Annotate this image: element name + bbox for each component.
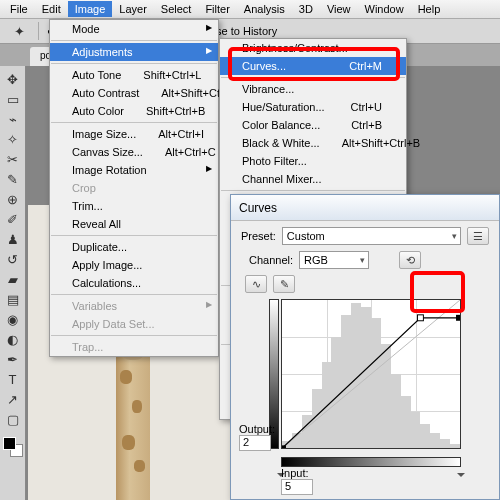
menu-item[interactable]: Reveal All: [50, 215, 218, 233]
color-swatches[interactable]: [3, 437, 23, 457]
preset-menu-icon[interactable]: ☰: [467, 227, 489, 245]
menubar-item-help[interactable]: Help: [411, 1, 448, 17]
auto-button[interactable]: ⟲: [399, 251, 421, 269]
move-tool-icon[interactable]: ✥: [2, 69, 24, 89]
menu-item: Crop: [50, 179, 218, 197]
menubar-item-filter[interactable]: Filter: [198, 1, 236, 17]
preset-label: Preset:: [241, 230, 276, 242]
menubar-item-file[interactable]: File: [3, 1, 35, 17]
lasso-tool-icon[interactable]: ⌁: [2, 109, 24, 129]
curves-graph[interactable]: Output:2 Input:5: [269, 299, 469, 479]
channel-label: Channel:: [249, 254, 293, 266]
menu-item[interactable]: Color Balance...Ctrl+B: [220, 116, 406, 134]
marquee-tool-icon[interactable]: ▭: [2, 89, 24, 109]
pen-tool-icon[interactable]: ✒: [2, 349, 24, 369]
dodge-tool-icon[interactable]: ◐: [2, 329, 24, 349]
menu-item[interactable]: Auto ContrastAlt+Shift+Ctrl+L: [50, 84, 218, 102]
output-label: Output:: [239, 423, 277, 435]
menubar-item-3d[interactable]: 3D: [292, 1, 320, 17]
channel-dropdown[interactable]: RGB: [299, 251, 369, 269]
gradient-tool-icon[interactable]: ▤: [2, 289, 24, 309]
svg-rect-2: [417, 315, 423, 321]
menubar-item-window[interactable]: Window: [358, 1, 411, 17]
blur-tool-icon[interactable]: ◉: [2, 309, 24, 329]
menu-item[interactable]: Auto ToneShift+Ctrl+L: [50, 66, 218, 84]
menu-item: Apply Data Set...: [50, 315, 218, 333]
menubar-item-analysis[interactable]: Analysis: [237, 1, 292, 17]
path-tool-icon[interactable]: ↗: [2, 389, 24, 409]
crop-tool-icon[interactable]: ✂: [2, 149, 24, 169]
menu-item[interactable]: Apply Image...: [50, 256, 218, 274]
dialog-titlebar[interactable]: Curves: [231, 195, 499, 221]
menu-item[interactable]: Photo Filter...: [220, 152, 406, 170]
input-label: Input:: [281, 467, 319, 479]
menu-item[interactable]: Channel Mixer...: [220, 170, 406, 188]
menu-item[interactable]: Duplicate...: [50, 238, 218, 256]
menu-item[interactable]: Calculations...: [50, 274, 218, 292]
stamp-tool-icon[interactable]: ♟: [2, 229, 24, 249]
menu-item: Trap...: [50, 338, 218, 356]
preset-dropdown[interactable]: Custom: [282, 227, 461, 245]
menubar-item-layer[interactable]: Layer: [112, 1, 154, 17]
menu-item[interactable]: Image Rotation: [50, 161, 218, 179]
menubar-item-view[interactable]: View: [320, 1, 358, 17]
menu-item[interactable]: Hue/Saturation...Ctrl+U: [220, 98, 406, 116]
image-menu: ModeAdjustmentsAuto ToneShift+Ctrl+LAuto…: [49, 19, 219, 357]
menubar: FileEditImageLayerSelectFilterAnalysis3D…: [0, 0, 500, 19]
curves-dialog: Curves Preset:Custom☰ Channel:RGB⟲ ∿✎ Ou…: [230, 194, 500, 500]
tool-preset-icon[interactable]: ✦: [8, 21, 30, 41]
menu-item[interactable]: Mode: [50, 20, 218, 38]
svg-rect-1: [282, 445, 286, 448]
output-input[interactable]: 2: [239, 435, 271, 451]
tools-panel: ✥ ▭ ⌁ ✧ ✂ ✎ ⊕ ✐ ♟ ↺ ▰ ▤ ◉ ◐ ✒ T ↗ ▢: [0, 66, 26, 500]
eraser-tool-icon[interactable]: ▰: [2, 269, 24, 289]
brush-tool-icon[interactable]: ✐: [2, 209, 24, 229]
eyedropper-tool-icon[interactable]: ✎: [2, 169, 24, 189]
menu-item[interactable]: Adjustments: [50, 43, 218, 61]
menubar-item-edit[interactable]: Edit: [35, 1, 68, 17]
curve-draw-icon[interactable]: ∿: [245, 275, 267, 293]
shape-tool-icon[interactable]: ▢: [2, 409, 24, 429]
menu-item[interactable]: Canvas Size...Alt+Ctrl+C: [50, 143, 218, 161]
menu-item[interactable]: Image Size...Alt+Ctrl+I: [50, 125, 218, 143]
heal-tool-icon[interactable]: ⊕: [2, 189, 24, 209]
curve-line[interactable]: [282, 300, 460, 448]
type-tool-icon[interactable]: T: [2, 369, 24, 389]
menu-item[interactable]: Trim...: [50, 197, 218, 215]
menu-item[interactable]: Vibrance...: [220, 80, 406, 98]
svg-line-0: [282, 300, 460, 448]
input-input[interactable]: 5: [281, 479, 313, 495]
menubar-item-image[interactable]: Image: [68, 1, 113, 17]
menubar-item-select[interactable]: Select: [154, 1, 199, 17]
menu-item: Variables: [50, 297, 218, 315]
wand-tool-icon[interactable]: ✧: [2, 129, 24, 149]
history-brush-tool-icon[interactable]: ↺: [2, 249, 24, 269]
pencil-draw-icon[interactable]: ✎: [273, 275, 295, 293]
x-gradient-bar: [281, 457, 461, 467]
menu-item[interactable]: Curves...Ctrl+M: [220, 57, 406, 75]
menu-item[interactable]: Brightness/Contrast...: [220, 39, 406, 57]
menu-item[interactable]: Black & White...Alt+Shift+Ctrl+B: [220, 134, 406, 152]
menu-item[interactable]: Auto ColorShift+Ctrl+B: [50, 102, 218, 120]
svg-rect-3: [456, 315, 460, 321]
